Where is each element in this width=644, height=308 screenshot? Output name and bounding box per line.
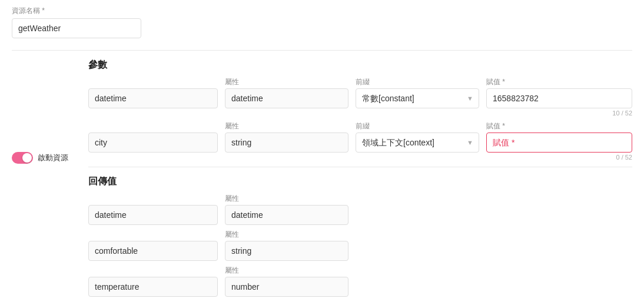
param-row-datetime: 屬性 前綴 賦值 * 常數[constant] 領域上下文[context] xyxy=(88,77,632,117)
param-value-city[interactable] xyxy=(486,133,632,153)
return-attr-temperature[interactable] xyxy=(225,277,348,297)
divider-1 xyxy=(12,50,632,51)
value-label-1: 賦值 * xyxy=(486,77,632,87)
value-label-2: 賦值 * xyxy=(486,121,632,131)
return-attr-datetime[interactable] xyxy=(225,205,348,225)
char-count-city: 0 / 52 xyxy=(486,154,632,161)
return-attr-label-3: 屬性 xyxy=(225,266,348,276)
resource-name-label: 資源名稱 * xyxy=(12,6,632,16)
param-name-city[interactable] xyxy=(88,133,218,153)
prefix-label-1: 前綴 xyxy=(356,77,479,87)
param-prefix-datetime-select[interactable]: 常數[constant] 領域上下文[context] xyxy=(356,88,479,108)
attr-label-1: 屬性 xyxy=(225,77,348,87)
params-section-title: 參數 xyxy=(88,59,632,71)
return-name-temperature[interactable] xyxy=(88,277,218,297)
param-value-datetime[interactable] xyxy=(486,88,632,108)
param-prefix-city-select[interactable]: 常數[constant] 領域上下文[context] xyxy=(356,133,479,153)
param-name-datetime[interactable] xyxy=(88,88,218,108)
enable-resource-toggle[interactable] xyxy=(12,152,33,164)
return-name-datetime[interactable] xyxy=(88,205,218,225)
return-attr-label-2: 屬性 xyxy=(225,230,348,240)
return-row-comfortable: 屬性 xyxy=(88,230,632,261)
param-attr-datetime[interactable] xyxy=(225,88,348,108)
return-section-title: 回傳值 xyxy=(88,175,632,188)
char-count-datetime: 10 / 52 xyxy=(486,110,632,117)
return-attr-label-1: 屬性 xyxy=(225,194,348,204)
toggle-label: 啟動資源 xyxy=(38,153,68,163)
return-section: 回傳值 屬性 屬性 xyxy=(88,175,632,297)
divider-2 xyxy=(88,167,632,167)
return-name-comfortable[interactable] xyxy=(88,241,218,261)
resource-name-input[interactable] xyxy=(12,18,141,38)
attr-label-2: 屬性 xyxy=(225,121,348,131)
return-row-datetime: 屬性 xyxy=(88,194,632,225)
return-row-temperature: 屬性 xyxy=(88,266,632,297)
param-row-city: 屬性 前綴 賦值 * 常數[constant] 領域上下文[context] xyxy=(88,121,632,161)
toggle-thumb xyxy=(22,153,32,163)
toggle-section: 啟動資源 xyxy=(12,152,68,164)
prefix-label-2: 前綴 xyxy=(356,121,479,131)
return-attr-comfortable[interactable] xyxy=(225,241,348,261)
param-attr-city[interactable] xyxy=(225,133,348,153)
